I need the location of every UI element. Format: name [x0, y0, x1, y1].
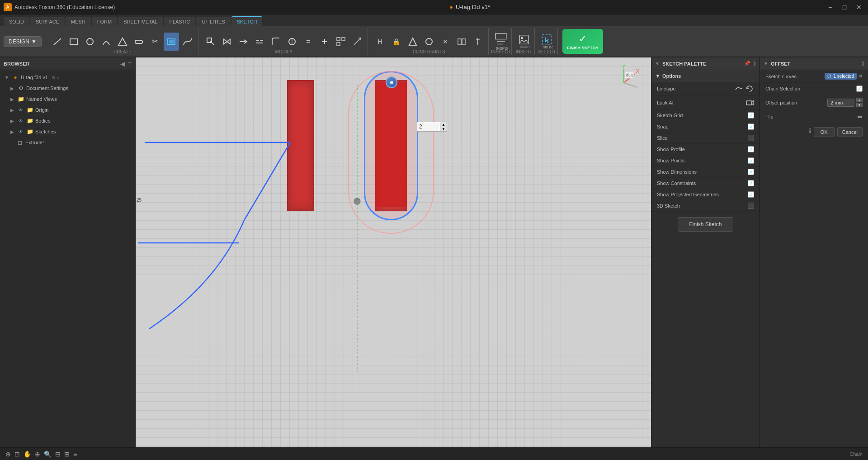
browser-collapse-icon[interactable]: ◀ — [120, 60, 125, 67]
ribbon-group-finish: ✓ FINISH SKETCH — [560, 28, 606, 55]
tab-form[interactable]: FORM — [92, 17, 117, 26]
show-points-checkbox[interactable]: ✓ — [748, 157, 754, 164]
slice-checkbox[interactable] — [748, 135, 754, 141]
tool-equal[interactable]: = — [301, 33, 316, 51]
tool-move[interactable] — [317, 33, 332, 51]
flip-icon[interactable]: ⇔ — [857, 113, 863, 120]
tool-fillet[interactable] — [268, 33, 283, 51]
design-dropdown[interactable]: DESIGN ▼ — [4, 36, 42, 47]
statusbar-left: ⊕ ⊡ ✋ ⊕ 🔍 ⊟ ⊞ ≡ — [5, 451, 77, 458]
tool-select[interactable]: SELECT — [539, 33, 555, 51]
statusbar-fit-icon[interactable]: ⊡ — [14, 451, 20, 458]
offset-panel-arrow[interactable]: ▼ — [764, 61, 768, 66]
tool-spline[interactable] — [180, 33, 195, 51]
tree-item-bodies[interactable]: ▶ 👁 📁 Bodies — [0, 115, 135, 126]
tab-surface[interactable]: SURFACE — [30, 17, 65, 26]
tool-constrain-split[interactable] — [454, 33, 469, 51]
tool-insert-img[interactable]: INSERT — [516, 33, 532, 51]
tool-circle[interactable] — [82, 33, 98, 51]
tree-item-root[interactable]: ▼ ● U-tag.f3d v1 ⊙ ○ — [0, 72, 135, 83]
look-at-camera-icon[interactable] — [745, 98, 754, 107]
tool-sketch-scale[interactable] — [349, 33, 365, 51]
spin-up[interactable]: ▲ — [440, 122, 447, 127]
statusbar-zoom-icon[interactable]: 🔍 — [44, 451, 52, 458]
show-profile-checkbox[interactable]: ✓ — [748, 146, 754, 152]
show-projected-checkbox[interactable]: ✓ — [748, 191, 754, 198]
tree-item-extrude1[interactable]: ◻ Extrude1 — [0, 137, 135, 148]
maximize-button[interactable]: □ — [839, 2, 850, 13]
tool-arc[interactable] — [99, 33, 114, 51]
tool-slot[interactable] — [131, 33, 146, 51]
show-constraints-checkbox[interactable]: ✓ — [748, 180, 754, 186]
tool-constrain-triangle[interactable] — [405, 33, 420, 51]
close-selection-button[interactable]: ✕ — [859, 73, 863, 79]
num-input-overlay[interactable]: ▲ ▼ — [417, 122, 447, 132]
tool-pattern-sketch[interactable] — [333, 33, 349, 51]
tool-chamfer-offset[interactable] — [284, 33, 300, 51]
tool-mirror[interactable] — [219, 33, 235, 51]
close-button[interactable]: ✕ — [854, 2, 864, 13]
sketch-grid-checkbox[interactable]: ✓ — [748, 112, 754, 119]
linetype-refresh-icon[interactable] — [745, 84, 754, 93]
tool-constrain-x[interactable]: ✕ — [438, 33, 453, 51]
eye-icon-bodies: 👁 — [17, 117, 24, 124]
spin-down[interactable]: ▼ — [440, 127, 447, 131]
sketch-palette-arrow[interactable]: ▼ — [655, 61, 660, 66]
arrow-doc-settings: ▶ — [9, 85, 15, 91]
tab-solid[interactable]: SOLID — [4, 17, 29, 26]
statusbar-display-icon[interactable]: ⊟ — [55, 451, 61, 458]
tool-constrain-snap[interactable] — [470, 33, 486, 51]
tab-sketch[interactable]: SKETCH — [231, 16, 263, 26]
tool-extend[interactable] — [236, 33, 251, 51]
tool-constrain-horizontal[interactable]: H — [373, 33, 388, 51]
cancel-button[interactable]: Cancel — [837, 127, 863, 137]
browser-panel: BROWSER ◀ ≡ ▼ ● U-tag.f3d v1 ⊙ ○ ▶ ⚙ Doc… — [0, 57, 136, 447]
statusbar-orbit-icon[interactable]: ⊕ — [35, 451, 40, 458]
offset-spin-up[interactable]: ▲ — [856, 98, 863, 102]
sketch-curves-row: Sketch curves ⬡ 1 selected ✕ — [760, 70, 868, 83]
ok-button[interactable]: OK — [814, 127, 835, 137]
info-icon[interactable]: ℹ — [809, 127, 811, 137]
snap-checkbox[interactable]: ✓ — [748, 123, 754, 130]
tool-inspect[interactable]: INSPECT — [493, 33, 509, 51]
tree-item-named-views[interactable]: ▶ 📁 Named Views — [0, 94, 135, 104]
linetype-solid-icon[interactable] — [734, 84, 743, 93]
statusbar-move-icon[interactable]: ⊕ — [5, 451, 11, 458]
tool-scissors[interactable]: ✂ — [147, 33, 163, 51]
statusbar-menu-icon[interactable]: ≡ — [73, 451, 77, 458]
offset-position-input[interactable] — [827, 99, 854, 107]
browser-menu-icon[interactable]: ≡ — [128, 60, 132, 67]
sketch-palette-expand[interactable]: ⟫ — [753, 61, 756, 66]
tab-plastic[interactable]: PLASTIC — [164, 17, 196, 26]
viewport[interactable]: ⊕ 25 ▲ ▼ — [136, 57, 651, 447]
tab-sheet-metal[interactable]: SHEET METAL — [118, 17, 163, 26]
statusbar-grid-icon[interactable]: ⊞ — [64, 451, 70, 458]
options-section-header[interactable]: ▼ Options — [651, 70, 760, 82]
finish-sketch-panel-button[interactable]: Finish Sketch — [678, 217, 733, 232]
minimize-button[interactable]: − — [825, 2, 835, 13]
tool-triangle[interactable] — [115, 33, 130, 51]
tree-item-origin[interactable]: ▶ 👁 📁 Origin — [0, 104, 135, 115]
finish-sketch-button[interactable]: ✓ FINISH SKETCH — [562, 29, 603, 54]
3d-sketch-checkbox[interactable] — [748, 203, 754, 209]
palette-option-sketch-grid: Sketch Grid ✓ — [651, 110, 760, 121]
tool-constrain-circle[interactable] — [421, 33, 437, 51]
statusbar-pan-icon[interactable]: ✋ — [24, 451, 31, 458]
tab-utilities[interactable]: UTILITIES — [196, 17, 230, 26]
tool-line[interactable] — [50, 33, 65, 51]
tool-rect[interactable] — [66, 33, 81, 51]
tool-offset[interactable] — [164, 33, 179, 51]
tree-item-sketches[interactable]: ▶ 👁 📁 Sketches — [0, 126, 135, 137]
tool-project[interactable] — [203, 33, 218, 51]
num-input-field[interactable] — [417, 123, 440, 131]
offset-panel-expand[interactable]: ⟫ — [862, 61, 864, 66]
root-extra-icon1: ⊙ — [52, 75, 55, 80]
tool-break[interactable] — [252, 33, 267, 51]
show-dimensions-checkbox[interactable]: ✓ — [748, 169, 754, 175]
tree-item-doc-settings[interactable]: ▶ ⚙ Document Settings — [0, 83, 135, 94]
offset-spin-down[interactable]: ▼ — [856, 103, 863, 107]
chain-selection-checkbox[interactable]: ✓ — [856, 85, 863, 92]
tab-mesh[interactable]: MESH — [66, 17, 91, 26]
tool-constrain-lock[interactable]: 🔒 — [389, 33, 404, 51]
sketch-palette-pin[interactable]: 📌 — [744, 61, 750, 66]
